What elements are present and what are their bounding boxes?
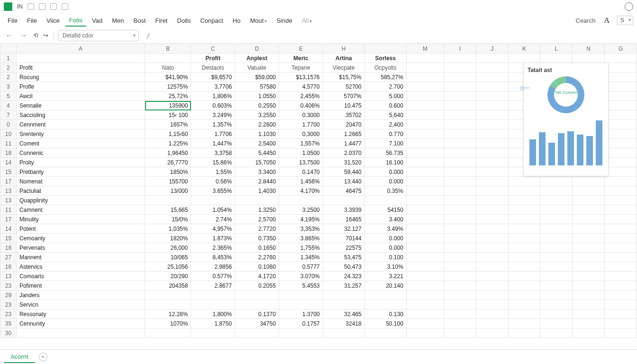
cell[interactable]: 4,195% [279, 215, 323, 224]
cell[interactable]: 1,15‹60 [145, 129, 191, 139]
cell[interactable]: Nato [145, 63, 191, 73]
cell[interactable] [364, 196, 406, 205]
cell[interactable]: Rocung [16, 73, 145, 82]
menu-fotis[interactable]: Fotis [65, 15, 86, 27]
cell[interactable]: Artina [323, 54, 364, 63]
cell[interactable] [235, 196, 279, 205]
cell[interactable]: 1.345% [279, 253, 323, 262]
row-hdr[interactable]: 10 [0, 129, 17, 139]
cell[interactable]: 1820% [145, 234, 191, 243]
row-hdr[interactable]: 23 [0, 309, 17, 319]
cell[interactable]: 12.28% [145, 309, 191, 319]
row-hdr[interactable]: 29 [0, 291, 17, 300]
row-hdr[interactable]: 1 [0, 54, 17, 63]
cell[interactable]: $9,6570 [191, 73, 235, 82]
cell[interactable]: 2.7720 [235, 224, 279, 234]
col-hdr[interactable]: H [323, 44, 364, 54]
col-hdr[interactable]: N [573, 44, 605, 54]
cell[interactable]: 1,55% [191, 167, 235, 177]
cell[interactable]: 0.100 [364, 253, 406, 262]
row-hdr[interactable]: 23 [0, 300, 17, 309]
cell[interactable]: 1657% [145, 120, 191, 129]
refresh-icon[interactable]: ⟲ [33, 32, 38, 39]
cell[interactable]: Sorless [364, 54, 406, 63]
col-hdr[interactable]: G [605, 44, 637, 54]
cell[interactable]: 5,640 [364, 110, 406, 120]
cell[interactable] [279, 196, 323, 205]
cell[interactable]: 3.10% [364, 262, 406, 272]
cell[interactable]: 2.74% [191, 215, 235, 224]
row-hdr[interactable]: 17 [0, 177, 17, 186]
cell[interactable]: 31,520 [323, 158, 364, 167]
cell[interactable] [145, 196, 191, 205]
cell[interactable]: 155700 [145, 177, 191, 186]
row-hdr[interactable]: 15 [0, 234, 17, 243]
cell[interactable]: 3.3400 [235, 167, 279, 177]
cell[interactable]: 20/290 [145, 272, 191, 281]
cell[interactable]: 13,7500 [279, 158, 323, 167]
row-hdr[interactable]: 23 [0, 281, 17, 291]
cell[interactable]: Janders [16, 291, 145, 300]
cell[interactable]: 32.127 [323, 224, 364, 234]
cell[interactable]: Pervenats [16, 243, 145, 253]
cell[interactable]: Minulity [16, 215, 145, 224]
cell[interactable] [145, 328, 191, 338]
cell[interactable]: 1850% [145, 167, 191, 177]
cell[interactable] [235, 328, 279, 338]
cell[interactable]: 1070% [145, 319, 191, 328]
cell[interactable]: Mannent [16, 253, 145, 262]
cell[interactable] [364, 300, 406, 309]
cell[interactable]: 3,3758 [191, 148, 235, 158]
cell[interactable]: 53,475 [323, 253, 364, 262]
redo-icon[interactable]: ↪ [43, 32, 48, 39]
fx-icon[interactable]: ⨍ [146, 32, 149, 39]
menu-bost[interactable]: Bost [130, 15, 150, 26]
col-hdr[interactable]: I [444, 44, 476, 54]
cell[interactable]: 26,000 [145, 243, 191, 253]
menu-sinde[interactable]: Sinde [273, 15, 296, 26]
cell[interactable]: 0.603% [191, 101, 235, 110]
cell[interactable] [235, 291, 279, 300]
cell[interactable]: 0.770 [364, 129, 406, 139]
cell[interactable]: 0,2550 [235, 101, 279, 110]
cell[interactable] [191, 291, 235, 300]
menu-mout[interactable]: Mout▾ [246, 15, 271, 26]
row-hdr[interactable]: 15 [0, 167, 17, 177]
cell[interactable] [191, 300, 235, 309]
cell[interactable] [16, 328, 145, 338]
cell[interactable]: 1.1030 [235, 129, 279, 139]
cell[interactable]: 59,440 [323, 167, 364, 177]
pen-icon[interactable] [50, 3, 57, 10]
col-hdr[interactable]: M [406, 44, 444, 54]
cell[interactable]: Proity [16, 158, 145, 167]
cell[interactable]: Profit [191, 54, 235, 63]
cell[interactable]: $13,1576 [279, 73, 323, 82]
chart-card[interactable]: Tatait ast Tak Goreart [523, 63, 609, 176]
cell[interactable]: 0.000 [364, 167, 406, 177]
row-hdr[interactable]: 17 [0, 215, 17, 224]
cell[interactable]: Sennalle [16, 101, 145, 110]
menu-all[interactable]: All▾ [298, 15, 316, 26]
cell[interactable]: 32.465 [323, 309, 364, 319]
row-hdr[interactable]: 35 [0, 319, 17, 328]
cell[interactable]: 0.3000 [279, 110, 323, 120]
cell[interactable]: 31.257 [323, 281, 364, 291]
cell[interactable]: 1.225% [145, 139, 191, 148]
cell[interactable]: 25,72% [145, 91, 191, 101]
cell[interactable]: 10/065 [145, 253, 191, 262]
cell[interactable]: 3.400 [364, 215, 406, 224]
cell[interactable]: Astervics [16, 262, 145, 272]
cell[interactable]: 34750 [235, 319, 279, 328]
cell[interactable]: 0.000 [364, 177, 406, 186]
cell[interactable]: 585,27% [364, 73, 406, 82]
col-hdr[interactable] [364, 44, 406, 54]
sheet-tab-active[interactable]: Acornt [4, 351, 35, 363]
cell[interactable]: 1.7700 [279, 120, 323, 129]
cell[interactable]: 20.140 [364, 281, 406, 291]
row-hdr[interactable]: 11 [0, 205, 17, 215]
col-hdr[interactable]: C [191, 44, 235, 54]
row-hdr[interactable]: 14 [0, 224, 17, 234]
cell[interactable]: 4,957% [191, 224, 235, 234]
cell[interactable]: Pofiment [16, 281, 145, 291]
cell[interactable]: Cennment [16, 120, 145, 129]
